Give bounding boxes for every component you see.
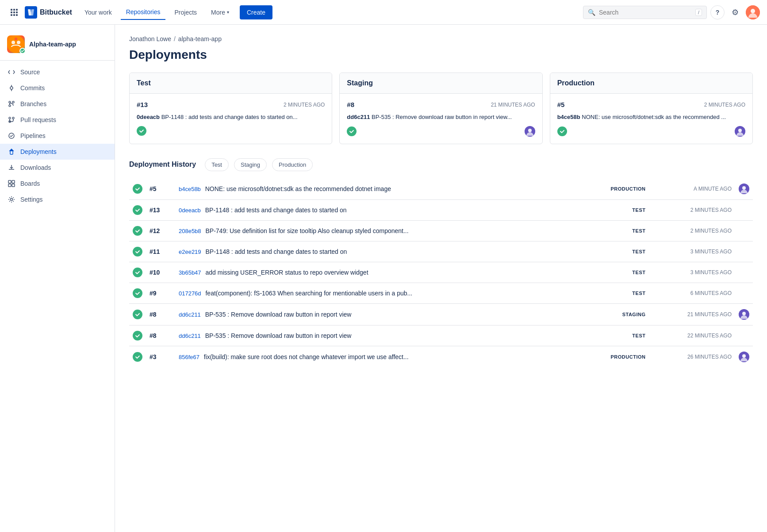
svg-point-20 — [12, 101, 14, 103]
row-status — [129, 262, 146, 283]
row-hash[interactable]: dd6c211 — [179, 333, 201, 339]
sidebar-item-pipelines-label: Pipelines — [20, 132, 46, 139]
sidebar-item-deployments[interactable]: Deployments — [0, 144, 115, 160]
row-hash[interactable]: 3b65b47 — [179, 269, 201, 276]
logo[interactable]: Bitbucket — [25, 6, 72, 19]
sidebar-item-downloads[interactable]: Downloads — [0, 160, 115, 176]
row-hash[interactable]: b4ce58b — [179, 186, 201, 192]
help-button[interactable]: ? — [710, 5, 725, 19]
row-msg: BP-1148 : add tests and change dates to … — [205, 248, 347, 255]
sidebar-item-pull-requests-label: Pull requests — [20, 116, 56, 123]
settings-button[interactable]: ⚙ — [728, 5, 742, 19]
svg-point-35 — [738, 129, 742, 132]
deployments-icon — [7, 147, 16, 156]
svg-rect-30 — [12, 184, 15, 187]
sidebar-item-settings-label: Settings — [20, 196, 43, 203]
env-card-staging-hash: dd6c211 — [347, 114, 370, 120]
row-hash-msg: 3b65b47 add missing USER_ERROR status to… — [175, 262, 579, 283]
sidebar-item-source-label: Source — [20, 69, 40, 76]
svg-rect-26 — [10, 151, 13, 154]
sidebar-item-pull-requests[interactable]: Pull requests — [0, 112, 115, 128]
history-row: #3 856fe67 fix(build): make sure root do… — [129, 346, 753, 367]
sidebar-item-boards[interactable]: Boards — [0, 176, 115, 191]
sidebar-item-source[interactable]: Source — [0, 64, 115, 80]
row-env: STAGING — [579, 303, 649, 325]
search-shortcut: / — [695, 9, 702, 16]
svg-point-23 — [12, 117, 14, 119]
row-number: #9 — [146, 283, 175, 303]
breadcrumb-separator: / — [174, 35, 176, 42]
row-number: #8 — [146, 325, 175, 346]
svg-rect-1 — [13, 9, 15, 11]
success-icon-production — [557, 126, 567, 136]
row-number: #10 — [146, 262, 175, 283]
nav-more[interactable]: More ▾ — [206, 5, 234, 19]
sidebar-item-commits[interactable]: Commits — [0, 80, 115, 96]
history-tab-test[interactable]: Test — [205, 158, 229, 171]
sidebar-item-downloads-label: Downloads — [20, 164, 51, 171]
downloads-icon — [7, 163, 16, 172]
history-row: #13 0deeacb BP-1148 : add tests and chan… — [129, 199, 753, 220]
row-hash[interactable]: dd6c211 — [179, 311, 201, 318]
sidebar-repo-header: Alpha-team-app — [0, 32, 115, 61]
nav-repositories[interactable]: Repositories — [121, 5, 166, 20]
row-hash-msg: 208e5b8 BP-749: Use definition list for … — [175, 220, 579, 241]
row-msg: BP-1148 : add tests and change dates to … — [205, 207, 347, 214]
history-tab-production[interactable]: Production — [272, 158, 313, 171]
row-time: A MINUTE AGO — [649, 178, 735, 200]
history-header: Deployment History Test Staging Producti… — [129, 158, 753, 171]
row-msg: fix(build): make sure root does not chan… — [204, 353, 409, 360]
topnav: Bitbucket Your work Repositories Project… — [0, 0, 767, 25]
row-status — [129, 199, 146, 220]
commits-icon — [7, 84, 16, 92]
row-time: 2 MINUTES AGO — [649, 220, 735, 241]
breadcrumb-repo[interactable]: alpha-team-app — [178, 35, 222, 42]
create-button[interactable]: Create — [240, 5, 272, 19]
staging-avatar — [525, 126, 535, 137]
row-hash[interactable]: 017276d — [179, 290, 201, 297]
nav-projects[interactable]: Projects — [169, 5, 202, 19]
svg-point-14 — [15, 38, 17, 40]
history-row: #10 3b65b47 add missing USER_ERROR statu… — [129, 262, 753, 283]
sidebar-item-settings[interactable]: Settings — [0, 191, 115, 207]
env-card-test-commit: 0deeacb BP-1148 : add tests and change d… — [137, 113, 325, 122]
row-avatar-cell — [735, 199, 753, 220]
svg-rect-27 — [8, 180, 11, 183]
sidebar-item-branches[interactable]: Branches — [0, 96, 115, 112]
search-input[interactable] — [599, 9, 692, 16]
row-hash[interactable]: 856fe67 — [179, 354, 199, 360]
row-env: TEST — [579, 199, 649, 220]
row-msg: BP-749: Use definition list for size too… — [205, 227, 408, 234]
svg-rect-8 — [16, 14, 18, 16]
user-avatar[interactable] — [746, 5, 760, 19]
svg-rect-29 — [8, 184, 11, 187]
row-status — [129, 283, 146, 303]
grid-icon[interactable] — [7, 5, 21, 19]
sidebar-item-pipelines[interactable]: Pipelines — [0, 128, 115, 144]
row-status — [129, 241, 146, 262]
history-row: #5 b4ce58b NONE: use microsoft/dotnet:sd… — [129, 178, 753, 200]
history-tab-staging[interactable]: Staging — [234, 158, 267, 171]
svg-point-37 — [742, 186, 746, 190]
svg-rect-0 — [11, 9, 12, 11]
row-hash[interactable]: 0deeacb — [179, 207, 201, 214]
row-success-icon — [133, 247, 142, 256]
search-bar[interactable]: 🔍 / — [583, 6, 707, 19]
svg-rect-7 — [13, 14, 15, 16]
svg-point-19 — [9, 105, 11, 107]
row-env: TEST — [579, 325, 649, 346]
sidebar-item-branches-label: Branches — [20, 100, 46, 107]
sidebar-repo-name: Alpha-team-app — [29, 41, 76, 48]
row-hash[interactable]: 208e5b8 — [179, 228, 201, 234]
row-avatar-cell — [735, 303, 753, 325]
breadcrumb-owner[interactable]: Jonathon Lowe — [129, 35, 171, 42]
row-number: #8 — [146, 303, 175, 325]
row-hash[interactable]: e2ee219 — [179, 249, 201, 255]
source-icon — [7, 68, 16, 77]
row-avatar-cell — [735, 178, 753, 200]
env-card-test-time: 2 MINUTES AGO — [284, 102, 325, 108]
sidebar-item-deployments-label: Deployments — [20, 148, 57, 155]
row-number: #3 — [146, 346, 175, 367]
main-content: Jonathon Lowe / alpha-team-app Deploymen… — [115, 25, 767, 532]
nav-your-work[interactable]: Your work — [79, 5, 117, 19]
